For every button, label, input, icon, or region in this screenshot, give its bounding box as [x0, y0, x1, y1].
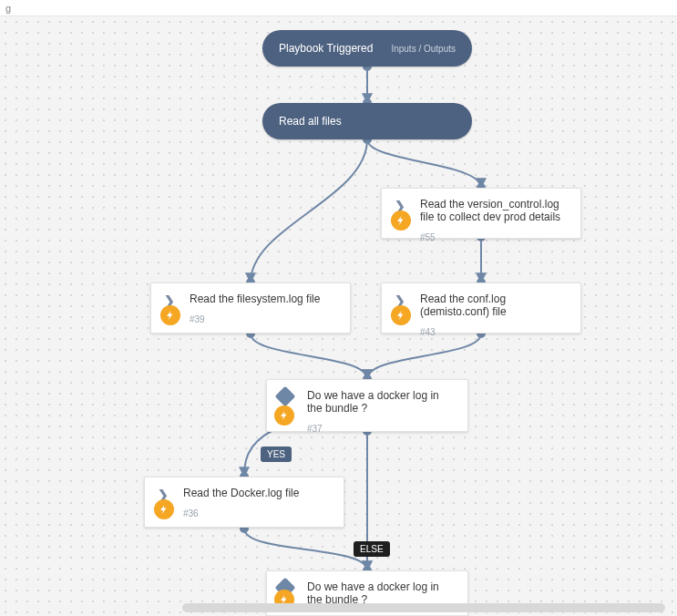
- trigger-io-link[interactable]: Inputs / Outputs: [391, 44, 456, 54]
- task-id: #43: [420, 327, 569, 337]
- task-node-docker[interactable]: ❯ Read the Docker.log file #36: [144, 477, 344, 528]
- header-crumb: g: [5, 3, 11, 14]
- condition-title: Do we have a docker log in the bundle ?: [307, 389, 456, 415]
- condition-title: Do we have a docker log in the bundle ?: [307, 580, 456, 606]
- section-title: Read all files: [279, 115, 456, 128]
- trigger-title: Playbook Triggered: [279, 42, 391, 55]
- playbook-trigger-node[interactable]: Playbook Triggered Inputs / Outputs: [262, 30, 472, 67]
- task-node-filesystem[interactable]: ❯ Read the filesystem.log file #39: [150, 282, 351, 334]
- horizontal-scrollbar[interactable]: [182, 603, 665, 612]
- task-id: #36: [183, 508, 333, 518]
- bolt-icon: [274, 406, 294, 426]
- condition-id: #37: [307, 424, 456, 434]
- task-node-conf[interactable]: ❯ Read the conf.log (demisto.conf) file …: [381, 282, 581, 334]
- task-title: Read the version_control.log file to col…: [420, 198, 569, 223]
- page-header: g: [0, 0, 677, 16]
- bolt-icon: [160, 305, 180, 325]
- task-title: Read the filesystem.log file: [190, 293, 339, 305]
- bolt-icon: [391, 305, 411, 325]
- task-node-version-control[interactable]: ❯ Read the version_control.log file to c…: [381, 188, 581, 239]
- task-id: #55: [420, 232, 569, 242]
- bolt-icon: [391, 210, 411, 231]
- bolt-icon: [154, 499, 174, 519]
- task-title: Read the conf.log (demisto.conf) file: [420, 293, 569, 318]
- task-title: Read the Docker.log file: [183, 487, 333, 499]
- task-id: #39: [190, 314, 339, 324]
- diamond-icon: [275, 386, 296, 407]
- section-node-read-all-files[interactable]: Read all files: [262, 103, 472, 139]
- branch-label-yes[interactable]: YES: [261, 447, 292, 462]
- condition-node-docker-log-1[interactable]: Do we have a docker log in the bundle ? …: [266, 379, 468, 432]
- branch-label-else[interactable]: ELSE: [354, 541, 390, 557]
- playbook-canvas[interactable]: Playbook Triggered Inputs / Outputs Read…: [0, 16, 677, 616]
